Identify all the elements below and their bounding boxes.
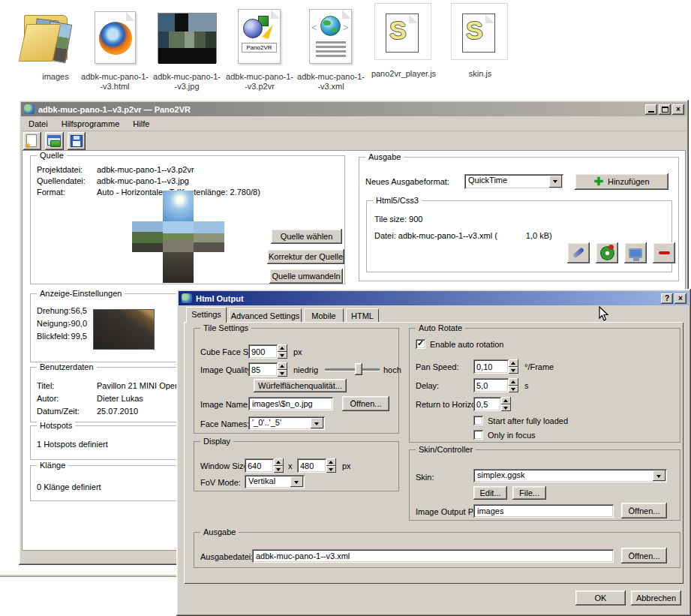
spin-up[interactable]: [509, 378, 518, 386]
desktop-icon-xml[interactable]: < > adbk-muc-pano-1--v3.xml: [296, 6, 365, 89]
spin-down[interactable]: [509, 386, 518, 393]
spin-down[interactable]: [274, 466, 284, 473]
pan-speed-input[interactable]: [473, 359, 509, 374]
new-project-button[interactable]: ✶: [23, 132, 41, 150]
image-output-path-input[interactable]: [473, 504, 614, 518]
skin-file-button[interactable]: File...: [512, 486, 546, 500]
preview-output-button[interactable]: [624, 242, 647, 263]
tab-settings[interactable]: Settings: [186, 307, 227, 323]
delay-spinner[interactable]: [473, 378, 518, 392]
spin-up[interactable]: [509, 359, 518, 367]
skin-edit-button[interactable]: Edit...: [473, 486, 507, 500]
dialog-title-bar[interactable]: Html Output ? ×: [179, 291, 689, 305]
desktop-icon-player-js[interactable]: S pano2vr_player.js: [368, 3, 439, 86]
spin-down[interactable]: [278, 352, 287, 359]
image-quality-input[interactable]: [248, 362, 278, 377]
chevron-down-icon[interactable]: [653, 470, 665, 481]
face-names-dropdown[interactable]: '_0'..'_5': [248, 416, 325, 430]
chevron-down-icon[interactable]: [549, 176, 562, 188]
dialog-close-button[interactable]: ×: [674, 293, 686, 304]
main-title-bar[interactable]: adbk-muc-pano-1--v3.p2vr — Pano2VR ×: [21, 102, 686, 116]
window-width-spinner[interactable]: [245, 458, 284, 473]
chevron-down-icon[interactable]: [290, 476, 303, 487]
spin-up[interactable]: [274, 458, 284, 466]
minimize-button[interactable]: [645, 104, 657, 115]
skin-dropdown[interactable]: simplex.ggsk: [473, 469, 667, 482]
firefox-logo: [99, 22, 132, 55]
tab-html[interactable]: HTML: [346, 308, 379, 322]
icon-label: adbk-muc-pano-1--v3.html: [80, 72, 149, 92]
fov-mode-dropdown[interactable]: Vertikal: [245, 475, 305, 488]
edit-output-settings-button[interactable]: [567, 242, 590, 263]
window-width-input[interactable]: [245, 458, 274, 473]
quality-slider-handle[interactable]: [355, 363, 362, 375]
ausgabedatei-input[interactable]: [252, 549, 614, 563]
spin-up[interactable]: [501, 397, 511, 404]
image-names-oeffnen-button[interactable]: Öffnen...: [342, 396, 389, 411]
gear-icon: [602, 248, 613, 259]
spin-down[interactable]: [278, 370, 287, 377]
desktop-icon-html[interactable]: adbk-muc-pano-1--v3.html: [80, 6, 149, 89]
delay-input[interactable]: [473, 378, 509, 392]
menu-hilfe[interactable]: Hilfe: [133, 119, 149, 128]
spin-up[interactable]: [326, 458, 336, 466]
window-size-label: Window Size:: [200, 461, 251, 470]
return-to-horizon-input[interactable]: [473, 397, 501, 411]
only-in-focus-checkbox[interactable]: [473, 430, 483, 440]
blickfeld-value: 99,5: [65, 332, 87, 341]
pano2vr-badge: Pano2VR: [242, 43, 277, 53]
wuerfelflaechenqualitaet-button[interactable]: Würfelflächenqualität...: [254, 379, 347, 392]
ausgabeformat-dropdown[interactable]: QuickTime: [464, 174, 563, 189]
dialog-ausgabe-legend: Ausgabe: [200, 527, 239, 536]
enable-auto-rotation-checkbox[interactable]: [416, 339, 425, 349]
spin-down[interactable]: [509, 367, 518, 374]
image-names-input[interactable]: [248, 397, 333, 410]
klaenge-legend: Klänge: [37, 461, 68, 470]
neigung-value: -90,0: [65, 319, 87, 328]
close-button[interactable]: ×: [672, 104, 684, 115]
cube-face-size-unit: px: [293, 347, 302, 356]
tab-advanced-settings[interactable]: Advanced Settings: [229, 308, 302, 322]
pan-speed-spinner[interactable]: [473, 359, 518, 374]
menu-hilfsprogramme[interactable]: Hilfsprogramme: [62, 119, 120, 128]
start-after-fully-loaded-label: Start after fully loaded: [488, 416, 568, 425]
dialog-app-icon: [182, 293, 192, 303]
cube-face-size-input[interactable]: [248, 344, 278, 359]
hinzufuegen-button[interactable]: ✚ Hinzufügen: [575, 173, 668, 190]
spin-down[interactable]: [501, 404, 511, 412]
desktop-icon-p2vr[interactable]: Pano2VR adbk-muc-pano-1--v3.p2vr: [225, 6, 294, 89]
spin-up[interactable]: [278, 362, 287, 370]
help-button[interactable]: ?: [661, 293, 673, 304]
maximize-button[interactable]: [659, 104, 671, 115]
open-project-button[interactable]: [45, 132, 64, 150]
return-to-horizon-spinner[interactable]: [473, 397, 511, 411]
tile-size-text: Tile size: 900: [374, 215, 422, 224]
ok-button[interactable]: OK: [575, 590, 626, 605]
spin-down[interactable]: [326, 466, 336, 473]
skin-controller-groupbox: Skin/Controller Skin: simplex.ggsk Edit.…: [409, 449, 680, 521]
generate-output-button[interactable]: [596, 242, 618, 263]
window-height-spinner[interactable]: [297, 458, 336, 473]
quality-slider-track[interactable]: [325, 368, 380, 371]
image-quality-spinner[interactable]: [248, 362, 287, 377]
cube-face-top: [163, 191, 194, 221]
ausgabedatei-oeffnen-button[interactable]: Öffnen...: [621, 548, 667, 563]
start-after-fully-loaded-checkbox[interactable]: [473, 416, 483, 425]
spin-up[interactable]: [278, 344, 287, 352]
abbrechen-button[interactable]: Abbrechen: [631, 590, 681, 605]
tab-mobile[interactable]: Mobile: [304, 308, 344, 322]
cube-face-size-spinner[interactable]: [248, 344, 287, 359]
menu-datei[interactable]: Datei: [29, 119, 48, 128]
remove-output-button[interactable]: [653, 242, 675, 263]
quelle-waehlen-button[interactable]: Quelle wählen: [271, 229, 342, 244]
desktop-icon-skin-js[interactable]: S skin.js: [444, 3, 515, 86]
chevron-down-icon[interactable]: [311, 418, 323, 428]
korrektur-der-quelle-button[interactable]: Korrektur der Quelle: [267, 249, 344, 264]
save-project-button[interactable]: [68, 132, 86, 150]
quelle-umwandeln-button[interactable]: Quelle umwandeln: [269, 269, 343, 284]
desktop-icon-jpg[interactable]: adbk-muc-pano-1--v3.jpg: [152, 6, 221, 89]
hotspots-text: 1 Hotspots definiert: [37, 440, 108, 449]
quellendatei-value: adbk-muc-pano-1--v3.jpg: [97, 176, 189, 185]
image-output-oeffnen-button[interactable]: Öffnen...: [621, 503, 667, 518]
window-height-input[interactable]: [297, 458, 326, 473]
